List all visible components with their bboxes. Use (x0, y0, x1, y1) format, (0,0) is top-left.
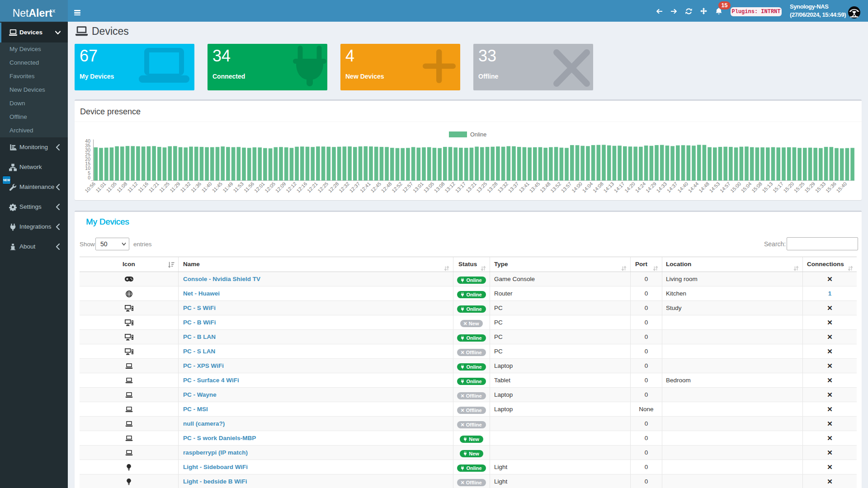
svg-text:14:13: 14:13 (602, 181, 615, 193)
svg-text:15:00: 15:00 (729, 181, 742, 193)
svg-text:13:01: 13:01 (412, 181, 425, 193)
svg-text:40: 40 (85, 138, 90, 144)
svg-text:13:41: 13:41 (518, 181, 530, 193)
svg-text:15:08: 15:08 (750, 181, 763, 193)
svg-text:13:28: 13:28 (486, 181, 499, 193)
svg-text:15:40: 15:40 (835, 181, 848, 193)
svg-text:Online: Online (470, 131, 486, 138)
svg-text:11:36: 11:36 (190, 181, 202, 193)
svg-text:13:21: 13:21 (465, 181, 477, 193)
svg-text:11:32: 11:32 (179, 181, 192, 193)
svg-text:14:20: 14:20 (623, 181, 636, 193)
svg-text:11:05: 11:05 (105, 181, 118, 193)
svg-text:14:04: 14:04 (581, 181, 594, 193)
svg-text:11:01: 11:01 (94, 181, 107, 193)
svg-text:14:44: 14:44 (687, 181, 700, 193)
svg-text:13:12: 13:12 (443, 181, 456, 193)
svg-text:12:09: 12:09 (274, 181, 287, 193)
svg-text:12:48: 12:48 (380, 181, 393, 193)
svg-text:15:25: 15:25 (793, 181, 806, 193)
svg-text:15:20: 15:20 (782, 181, 795, 193)
svg-text:12:16: 12:16 (295, 181, 308, 193)
svg-text:14:37: 14:37 (666, 181, 679, 193)
svg-text:14:40: 14:40 (676, 181, 689, 193)
svg-text:13:57: 13:57 (560, 181, 573, 193)
svg-text:13:37: 13:37 (507, 181, 520, 193)
svg-text:14:29: 14:29 (645, 181, 657, 193)
svg-text:14:00: 14:00 (571, 181, 583, 193)
svg-text:12:21: 12:21 (306, 181, 319, 193)
svg-text:12:32: 12:32 (338, 181, 350, 193)
svg-text:12:52: 12:52 (391, 181, 403, 193)
svg-text:11:08: 11:08 (116, 181, 128, 193)
svg-text:15:36: 15:36 (825, 181, 837, 193)
svg-text:11:45: 11:45 (211, 181, 223, 193)
svg-text:10:56: 10:56 (84, 181, 96, 193)
svg-text:14:48: 14:48 (698, 181, 710, 193)
svg-text:14:57: 14:57 (719, 181, 731, 193)
svg-text:12:41: 12:41 (359, 181, 372, 193)
svg-text:12:12: 12:12 (285, 181, 297, 193)
svg-text:13:52: 13:52 (549, 181, 562, 193)
svg-text:13:17: 13:17 (454, 181, 467, 193)
svg-text:12:57: 12:57 (401, 181, 414, 193)
svg-text:11:40: 11:40 (200, 181, 212, 193)
svg-text:11:53: 11:53 (232, 181, 245, 193)
svg-text:13:45: 13:45 (528, 181, 541, 193)
svg-text:14:33: 14:33 (655, 181, 668, 193)
svg-text:14:08: 14:08 (592, 181, 604, 193)
svg-text:14:53: 14:53 (708, 181, 721, 193)
svg-text:15:29: 15:29 (803, 181, 816, 193)
svg-text:12:05: 12:05 (264, 181, 276, 193)
svg-text:14:24: 14:24 (634, 181, 647, 193)
svg-text:11:29: 11:29 (169, 181, 181, 193)
svg-text:12:45: 12:45 (369, 181, 382, 193)
svg-text:14:17: 14:17 (613, 181, 626, 193)
svg-text:12:25: 12:25 (316, 181, 329, 193)
svg-text:15:04: 15:04 (740, 181, 753, 193)
svg-text:11:16: 11:16 (137, 181, 149, 193)
svg-text:15:17: 15:17 (772, 181, 784, 193)
svg-text:13:08: 13:08 (433, 181, 446, 193)
svg-text:12:28: 12:28 (327, 181, 340, 193)
svg-text:15:13: 15:13 (761, 181, 774, 193)
svg-text:13:05: 13:05 (422, 181, 435, 193)
svg-text:13:32: 13:32 (496, 181, 509, 193)
svg-text:11:25: 11:25 (158, 181, 170, 193)
svg-text:13:48: 13:48 (539, 181, 552, 193)
svg-text:13:25: 13:25 (475, 181, 488, 193)
svg-text:11:21: 11:21 (147, 181, 160, 193)
svg-text:12:37: 12:37 (348, 181, 361, 193)
svg-text:12:01: 12:01 (253, 181, 266, 193)
svg-text:11:49: 11:49 (222, 181, 234, 193)
svg-text:11:56: 11:56 (243, 181, 255, 193)
svg-text:11:12: 11:12 (126, 181, 138, 193)
svg-text:15:33: 15:33 (814, 181, 827, 193)
